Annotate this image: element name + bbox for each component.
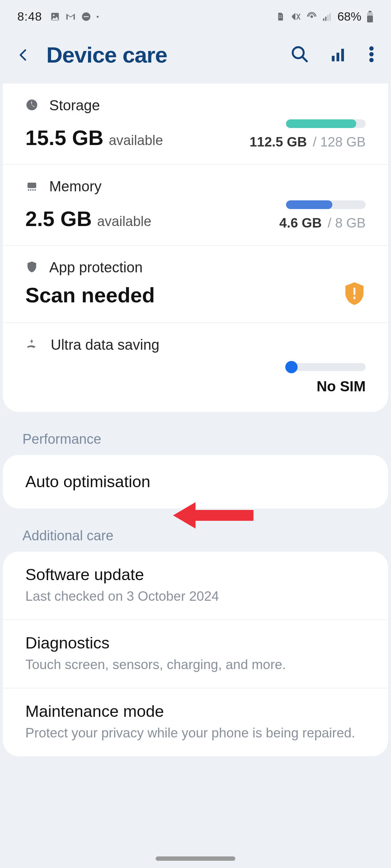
storage-row[interactable]: Storage 15.5 GB available 112.5 GB / 128…: [3, 84, 388, 165]
svg-rect-7: [281, 17, 282, 18]
gallery-icon: [50, 12, 60, 22]
svg-point-1: [53, 14, 55, 16]
device-status-card: Storage 15.5 GB available 112.5 GB / 128…: [3, 84, 388, 412]
svg-rect-13: [327, 15, 329, 21]
auto-optimisation-title: Auto optimisation: [25, 472, 366, 491]
scan-status: Scan needed: [25, 283, 155, 307]
svg-rect-11: [323, 18, 324, 21]
dot-icon: •: [96, 13, 99, 21]
signal-icon: [322, 12, 332, 22]
shield-icon: [25, 260, 38, 276]
status-bar: 8:48 • 68%: [0, 0, 391, 33]
storage-used-total: 112.5 GB / 128 GB: [249, 135, 366, 150]
software-update-sub: Last checked on 3 October 2024: [25, 588, 366, 605]
diagnostics-sub: Touch screen, sensors, charging, and mor…: [25, 656, 366, 673]
svg-rect-22: [341, 48, 344, 61]
maintenance-title: Maintenance mode: [25, 702, 366, 721]
svg-rect-21: [337, 52, 340, 61]
svg-rect-6: [279, 17, 280, 18]
dnd-icon: [81, 12, 91, 22]
storage-available: 15.5 GB: [25, 126, 104, 149]
svg-point-23: [369, 46, 374, 51]
svg-rect-16: [367, 16, 373, 22]
performance-card: Auto optimisation: [3, 455, 388, 509]
ultra-data-row[interactable]: Ultra data saving No SIM: [3, 323, 388, 412]
ultra-slider[interactable]: [286, 363, 366, 371]
maintenance-row[interactable]: Maintenance mode Protect your privacy wh…: [3, 688, 388, 756]
performance-section-title: Performance: [0, 412, 391, 455]
nav-bar-pill[interactable]: [156, 856, 235, 861]
memory-used-total: 4.6 GB / 8 GB: [279, 216, 366, 231]
svg-rect-5: [281, 16, 282, 16]
svg-rect-26: [28, 183, 36, 188]
memory-available: 2.5 GB: [25, 207, 92, 230]
memory-available-suffix: available: [97, 214, 151, 229]
header: Device care: [0, 33, 391, 84]
svg-rect-28: [30, 189, 31, 191]
app-protection-label: App protection: [49, 259, 143, 276]
storage-meter: [286, 119, 366, 128]
software-update-row[interactable]: Software update Last checked on 3 Octobe…: [3, 552, 388, 620]
memory-icon: [25, 179, 38, 194]
maintenance-sub: Protect your privacy while your phone is…: [25, 724, 366, 742]
storage-icon: [25, 98, 38, 113]
stats-button[interactable]: [329, 45, 348, 65]
sim-icon: [276, 12, 285, 22]
memory-label: Memory: [49, 178, 101, 195]
diagnostics-row[interactable]: Diagnostics Touch screen, sensors, charg…: [3, 620, 388, 688]
more-button[interactable]: [369, 45, 374, 65]
software-update-title: Software update: [25, 565, 366, 584]
additional-card: Software update Last checked on 3 Octobe…: [3, 552, 388, 756]
vibrate-icon: [290, 12, 301, 22]
svg-rect-32: [354, 297, 356, 299]
storage-label: Storage: [49, 97, 100, 114]
battery-icon: [366, 11, 374, 22]
data-saving-icon: [25, 337, 40, 353]
diagnostics-title: Diagnostics: [25, 634, 366, 652]
additional-section-title: Additional care: [0, 509, 391, 552]
warning-shield-icon: [343, 281, 366, 308]
svg-point-24: [369, 52, 374, 56]
svg-rect-3: [84, 16, 89, 17]
back-button[interactable]: [17, 46, 30, 64]
app-protection-row[interactable]: App protection Scan needed: [3, 246, 388, 323]
svg-rect-12: [325, 17, 327, 21]
svg-rect-27: [28, 189, 29, 191]
svg-rect-4: [279, 16, 280, 16]
svg-rect-14: [329, 13, 331, 21]
svg-rect-30: [35, 189, 36, 191]
auto-optimisation-row[interactable]: Auto optimisation: [3, 455, 388, 509]
page-title: Device care: [46, 42, 274, 68]
gmail-icon: [65, 12, 76, 22]
svg-point-25: [369, 58, 374, 62]
svg-rect-31: [354, 288, 356, 295]
battery-text: 68%: [337, 10, 361, 24]
svg-point-10: [310, 16, 313, 18]
svg-rect-17: [369, 11, 371, 12]
hotspot-icon: [306, 12, 317, 22]
memory-meter: [286, 200, 366, 209]
clock: 8:48: [17, 10, 42, 24]
memory-row[interactable]: Memory 2.5 GB available 4.6 GB / 8 GB: [3, 165, 388, 246]
svg-rect-29: [33, 189, 34, 191]
search-button[interactable]: [290, 45, 309, 65]
svg-rect-20: [332, 56, 335, 61]
storage-available-suffix: available: [109, 133, 163, 148]
ultra-status: No SIM: [316, 378, 366, 395]
ultra-data-label: Ultra data saving: [51, 337, 159, 353]
svg-line-19: [302, 56, 307, 61]
